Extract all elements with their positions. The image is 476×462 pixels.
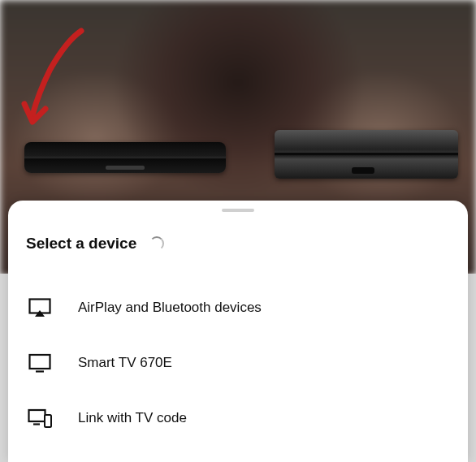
device-item-link-code[interactable]: Link with TV code xyxy=(8,391,468,446)
sheet-title: Select a device xyxy=(26,235,136,253)
loading-spinner-icon xyxy=(149,236,164,251)
svg-rect-4 xyxy=(29,410,45,421)
tv-icon xyxy=(28,352,52,374)
svg-rect-6 xyxy=(45,415,51,427)
sheet-grabber[interactable] xyxy=(222,209,254,212)
sheet-header: Select a device xyxy=(8,235,468,274)
svg-rect-2 xyxy=(30,355,50,369)
device-item-airplay[interactable]: AirPlay and Bluetooth devices xyxy=(8,280,468,335)
device-label: Link with TV code xyxy=(78,410,187,426)
airplay-icon xyxy=(28,296,52,319)
annotation-arrow-icon xyxy=(18,24,91,130)
video-content-phone-left xyxy=(24,142,226,173)
device-item-smart-tv[interactable]: Smart TV 670E xyxy=(8,335,468,391)
device-label: AirPlay and Bluetooth devices xyxy=(78,300,262,316)
video-content-phone-right xyxy=(275,130,458,179)
link-tv-icon xyxy=(28,407,52,430)
device-list: AirPlay and Bluetooth devices Smart TV 6… xyxy=(8,274,468,452)
device-label: Smart TV 670E xyxy=(78,355,172,371)
cast-device-sheet: Select a device AirPlay and Bluetooth de… xyxy=(8,201,468,462)
